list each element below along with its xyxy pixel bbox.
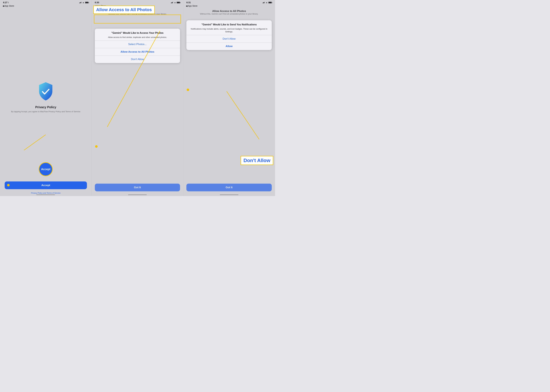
privacy-link-label: Privacy Policy and Terms of Service <box>31 192 61 194</box>
allow-button-3[interactable]: Allow <box>186 42 272 50</box>
annotation-text-panel3: Don't Allow <box>241 156 273 165</box>
allow-label-3: Allow <box>226 45 233 48</box>
got-it-label-3: Got It <box>226 186 232 189</box>
panel-2: 6:30 ▲ ◀ App Store Allow Access to All P… <box>92 0 183 196</box>
wifi-icon-2: ▲ <box>174 1 176 4</box>
annotation-text-panel2: Allow Access to All Photos <box>93 6 155 14</box>
panel-3: 6:31 ▲ ◀ App Store Allow Access to All P… <box>183 0 275 196</box>
status-bar-1: 6:27 ⟩ ▲ <box>0 0 92 4</box>
signal-icon-3 <box>263 2 265 3</box>
battery-icon-1 <box>85 2 88 3</box>
panel3-top-label: Allow Access to All Photos Without this,… <box>183 8 275 16</box>
notifications-alert: "Gemini" Would Like to Send You Notifica… <box>186 20 272 50</box>
time-1: 6:27 <box>3 1 7 4</box>
accept-circle-button[interactable]: Accept <box>39 162 53 176</box>
signal-icon-2 <box>171 2 173 3</box>
alert-body-2: "Gemini" Would Like to Access Your Photo… <box>95 29 180 41</box>
signal-icon-1 <box>79 2 82 3</box>
battery-icon-2 <box>177 2 180 3</box>
yellow-box-panel2 <box>94 14 181 23</box>
time-2: 6:30 <box>95 1 99 4</box>
annotation-dot-allow-all <box>95 145 98 148</box>
alert-body-3: "Gemini" Would Like to Send You Notifica… <box>186 20 272 35</box>
accept-bar-button[interactable]: Accept <box>5 182 87 189</box>
nav-label-3: App Store <box>188 5 197 7</box>
panel3-top-main: Allow Access to All Photos <box>186 10 272 13</box>
home-indicator-1 <box>36 195 55 195</box>
status-bar-2: 6:30 ▲ <box>92 0 183 4</box>
nav-label-1: App Store <box>5 5 14 7</box>
privacy-sub: By tapping Accept, you agree to MacPaw P… <box>11 110 80 113</box>
got-it-bar-3[interactable]: Got It <box>186 184 272 191</box>
home-indicator-2 <box>128 195 147 195</box>
annotation-label-panel3: Don't Allow <box>243 158 271 163</box>
alert-title-2: "Gemini" Would Like to Access Your Photo… <box>97 31 178 35</box>
dont-allow-label-3: Don't Allow <box>223 37 236 40</box>
alert-title-3: "Gemini" Would Like to Send You Notifica… <box>189 23 269 26</box>
panel-1: 6:27 ⟩ ▲ ◀ App Store <box>0 0 92 196</box>
privacy-link[interactable]: Privacy Policy and Terms of Service <box>0 192 92 194</box>
svg-line-2 <box>227 91 259 139</box>
wifi-icon-3: ▲ <box>266 1 268 4</box>
panel3-top-sub: Without this, Gemini can't find all unne… <box>186 13 272 15</box>
location-icon: ⟩ <box>8 1 9 4</box>
dont-allow-label-2: Don't Allow <box>131 58 144 61</box>
status-bar-3: 6:31 ▲ <box>183 0 275 4</box>
dont-allow-button-3[interactable]: Don't Allow <box>186 35 272 42</box>
got-it-label-2: Got It <box>134 186 141 189</box>
privacy-title: Privacy Policy <box>35 105 56 109</box>
battery-icon-3 <box>268 2 272 3</box>
wifi-icon-1: ▲ <box>82 1 84 4</box>
allow-all-photos-button[interactable]: Allow Access to All Photos <box>95 48 180 56</box>
allow-all-label: Allow Access to All Photos <box>121 50 154 53</box>
photos-alert: "Gemini" Would Like to Access Your Photo… <box>95 29 180 63</box>
annotation-dot-dont-allow <box>187 89 189 91</box>
select-photos-button[interactable]: Select Photos... <box>95 41 180 48</box>
select-photos-label: Select Photos... <box>128 43 147 46</box>
got-it-bar-2[interactable]: Got It <box>95 184 180 191</box>
annotation-label-panel2: Allow Access to All Photos <box>96 7 152 12</box>
accept-bar-label: Accept <box>41 184 50 187</box>
nav-back-1[interactable]: ◀ App Store <box>0 4 92 8</box>
home-indicator-3 <box>220 195 238 195</box>
annotation-dot-accept <box>7 184 10 186</box>
time-3: 6:31 <box>186 1 191 4</box>
shield-icon <box>37 82 54 102</box>
nav-back-3[interactable]: ◀ App Store <box>183 4 275 8</box>
alert-message-3: Notifications may include alerts, sounds… <box>189 28 269 33</box>
dont-allow-button-2[interactable]: Don't Allow <box>95 56 180 63</box>
alert-message-2: Allow access to find similar, duplicate … <box>97 36 178 39</box>
